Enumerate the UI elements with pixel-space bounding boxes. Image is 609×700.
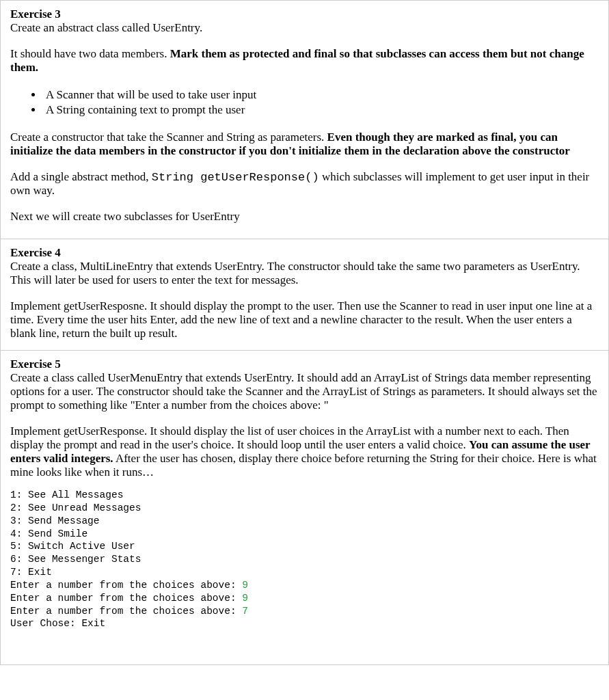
exercise-3-bullets: A Scanner that will be used to take user… xyxy=(10,88,599,117)
list-item: A String containing text to prompt the u… xyxy=(43,103,599,117)
exercise-5-title: Exercise 5 xyxy=(10,358,61,371)
exercise-3-members: It should have two data members. Mark th… xyxy=(10,47,599,75)
exercise-5-intro: Create a class called UserMenuEntry that… xyxy=(10,371,599,412)
exercise-3-title: Exercise 3 xyxy=(10,8,61,21)
exercise-4-title: Exercise 4 xyxy=(10,246,61,259)
exercise-3-next: Next we will create two subclasses for U… xyxy=(10,210,599,224)
exercise-5-panel: Exercise 5 Create a class called UserMen… xyxy=(0,351,609,665)
code-snippet: String getUserResponse() xyxy=(152,171,319,184)
exercise-3-intro: Create an abstract class called UserEntr… xyxy=(10,21,599,35)
exercise-4-panel: Exercise 4 Create a class, MultiLineEntr… xyxy=(0,239,609,351)
user-input: 7 xyxy=(242,606,248,617)
exercise-5-impl: Implement getUserResponse. It should dis… xyxy=(10,425,599,479)
list-item: A Scanner that will be used to take user… xyxy=(43,88,599,102)
user-input: 9 xyxy=(242,593,248,604)
exercise-3-abstract-method: Add a single abstract method, String get… xyxy=(10,170,599,198)
console-output: 1: See All Messages 2: See Unread Messag… xyxy=(10,489,599,630)
exercise-3-panel: Exercise 3 Create an abstract class call… xyxy=(0,0,609,239)
user-input: 9 xyxy=(242,580,248,591)
exercise-4-intro: Create a class, MultiLineEntry that exte… xyxy=(10,260,599,287)
exercise-4-impl: Implement getUserResposne. It should dis… xyxy=(10,299,599,340)
exercise-3-constructor: Create a constructor that take the Scann… xyxy=(10,131,599,158)
